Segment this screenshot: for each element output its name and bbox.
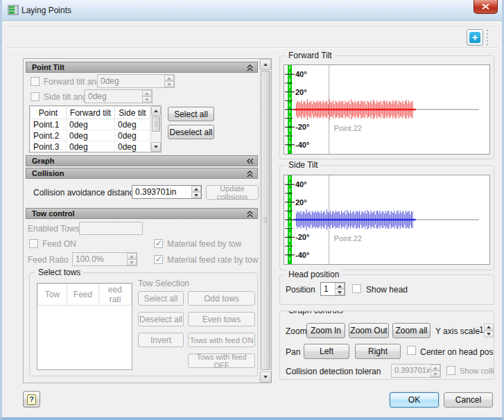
col-feed-ratio[interactable]: eed rati [99, 284, 132, 306]
spin-up-icon[interactable] [164, 75, 174, 81]
spin-down-icon[interactable] [127, 259, 137, 265]
spin-up-icon[interactable] [191, 186, 201, 192]
collision-avoidance-spinner[interactable]: 0.393701in [132, 185, 202, 199]
add-button[interactable]: + [467, 29, 483, 46]
scroll-thumb[interactable] [261, 71, 270, 370]
table-row[interactable]: Point.2 0deg 0deg [31, 130, 150, 141]
spin-up-icon[interactable] [335, 283, 345, 289]
ok-button[interactable]: OK [390, 392, 439, 408]
feed-ratio-spinner[interactable]: 100.0% [72, 252, 137, 266]
tow-table[interactable]: Tow Feed eed rati [37, 283, 132, 370]
spin-down-icon[interactable] [335, 289, 345, 295]
y-tick-label: 40° [295, 70, 307, 78]
spin-down-icon[interactable] [142, 96, 152, 103]
collapse-chevron-icon[interactable] [246, 64, 254, 71]
table-row[interactable]: Point.1 0deg 0deg [31, 119, 150, 130]
center-on-head-checkbox[interactable] [407, 346, 416, 355]
section-header-point-tilt[interactable]: Point Tilt [26, 62, 258, 73]
side-tilt-angle-checkbox[interactable] [31, 92, 40, 101]
table-row[interactable]: Point.3 0deg 0deg [31, 141, 150, 152]
spin-up-icon[interactable] [484, 324, 494, 331]
material-feed-by-tow-label: Material feed by tow [167, 239, 241, 249]
tows-feed-off-button[interactable]: Tows with feed OFF [188, 353, 255, 368]
enabled-tows-field[interactable] [79, 222, 143, 235]
collision-tolerance-value: 0.393701in [392, 365, 431, 377]
col-point[interactable]: Point [31, 107, 67, 119]
position-label: Position [286, 285, 315, 295]
tow-even-tows-button[interactable]: Even tows [188, 312, 255, 326]
section-title: Collision [32, 169, 64, 177]
collision-avoidance-label: Collision avoidance distance [33, 188, 138, 198]
forward-tilt-group: Forward Tilt 40°20°-20°-40°Point.22 [279, 55, 494, 159]
pan-left-button[interactable]: Left [304, 344, 349, 359]
collapse-chevron-icon[interactable] [246, 170, 254, 177]
y-axis-scale-spinner[interactable]: 1 [479, 324, 494, 338]
collision-avoidance-value: 0.393701in [132, 186, 191, 198]
side-tilt-angle-spinner[interactable]: 0deg [85, 89, 153, 103]
y-tick-label: 40° [295, 180, 307, 189]
pan-right-button[interactable]: Right [355, 344, 401, 359]
help-button[interactable]: ? [23, 391, 40, 408]
col-forward-tilt[interactable]: Forward tilt [67, 107, 115, 119]
section-header-graph[interactable]: Graph [26, 155, 258, 166]
scroll-up-icon[interactable] [260, 59, 271, 70]
title-bar[interactable]: Laying Points [2, 0, 502, 21]
forward-tilt-angle-spinner[interactable]: 0deg [97, 74, 175, 88]
tow-deselect-all-button[interactable]: Deselect all [138, 312, 184, 326]
tow-odd-tows-button[interactable]: Odd tows [188, 291, 255, 306]
material-feed-rate-checkbox[interactable] [154, 255, 163, 264]
y-tick-label: -20° [295, 233, 309, 241]
col-side-tilt[interactable]: Side tilt [115, 107, 150, 119]
spin-up-icon[interactable] [142, 90, 152, 96]
center-on-head-label: Center on head positi [420, 347, 494, 357]
table-header-row: Tow Feed eed rati [38, 284, 132, 306]
spin-up-icon[interactable] [127, 253, 137, 259]
tow-select-all-button[interactable]: Select all [138, 291, 184, 306]
point-table-scrollbar[interactable] [150, 106, 161, 152]
section-header-collision[interactable]: Collision [26, 168, 258, 179]
tow-selection-label: Tow Selection [138, 279, 189, 288]
show-collisions-checkbox[interactable] [446, 366, 455, 375]
section-header-tow-control[interactable]: Tow control [26, 208, 258, 219]
spin-up-icon[interactable] [431, 365, 440, 371]
material-feed-by-tow-checkbox[interactable] [154, 239, 163, 248]
zoom-in-button[interactable]: Zoom In [306, 323, 345, 338]
forward-tilt-angle-checkbox[interactable] [31, 77, 40, 86]
point-label: Point.22 [334, 234, 362, 243]
scroll-down-icon[interactable] [151, 142, 161, 152]
toolbar-grip[interactable] [487, 30, 488, 46]
scroll-up-icon[interactable] [151, 106, 161, 116]
point-tilt-table[interactable]: Point Forward tilt Side tilt Point.1 0de… [29, 105, 162, 152]
graph-controls-title: Graph controls [286, 310, 346, 315]
point-select-all-button[interactable]: Select all [168, 107, 214, 121]
update-collisions-button[interactable]: Update collisions [206, 185, 259, 200]
pan-label: Pan [286, 347, 300, 357]
collapse-chevron-icon[interactable] [246, 210, 254, 218]
show-head-checkbox[interactable] [352, 284, 361, 293]
point-deselect-all-button[interactable]: Deselect all [168, 125, 214, 139]
feed-on-checkbox[interactable] [29, 239, 38, 248]
position-spinner[interactable]: 1 [320, 282, 345, 296]
close-button[interactable] [473, 0, 498, 14]
select-tows-group: Select tows Tow Feed eed rati Tow Select… [29, 272, 258, 376]
col-feed[interactable]: Feed [67, 284, 99, 306]
tows-feed-on-button[interactable]: Tows with feed ON [188, 333, 255, 347]
separator-toolbar-bottom [5, 47, 499, 48]
feed-on-label: Feed ON [42, 239, 76, 249]
left-panel-scrollbar[interactable] [259, 59, 271, 383]
scroll-thumb[interactable] [152, 116, 160, 132]
col-tow[interactable]: Tow [38, 284, 67, 306]
tow-invert-button[interactable]: Invert [138, 333, 184, 347]
spin-down-icon[interactable] [484, 331, 494, 338]
cancel-button[interactable]: Cancel [444, 392, 493, 408]
head-position-title: Head position [286, 270, 342, 279]
spin-down-icon[interactable] [164, 81, 174, 87]
scroll-down-icon[interactable] [260, 371, 271, 383]
spin-down-icon[interactable] [431, 371, 440, 377]
spin-down-icon[interactable] [191, 192, 201, 198]
expand-chevron-icon[interactable] [246, 157, 254, 165]
zoom-out-button[interactable]: Zoom Out [349, 323, 389, 338]
feed-ratio-label: Feed Ratio [28, 255, 69, 265]
collision-tolerance-spinner[interactable]: 0.393701in [391, 364, 441, 378]
zoom-all-button[interactable]: Zoom all [392, 323, 431, 338]
